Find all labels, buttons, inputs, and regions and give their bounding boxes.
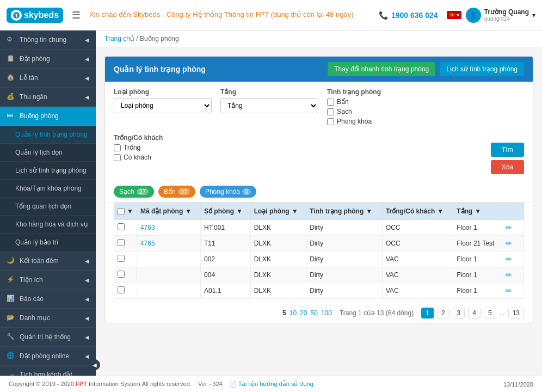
tab-ban[interactable]: Bẩn 37: [158, 186, 195, 198]
row-checkbox[interactable]: [118, 286, 125, 293]
sidebar-item-bao-cao[interactable]: 📊 Báo cáo ◀: [0, 290, 96, 309]
check-phong-khoa[interactable]: Phòng khóa: [327, 118, 425, 125]
cell-select[interactable]: [114, 283, 137, 299]
select-all-checkbox[interactable]: [118, 208, 125, 215]
check-trong-input[interactable]: [114, 144, 121, 151]
check-co-khach-input[interactable]: [114, 154, 121, 161]
cell-ma: [137, 267, 200, 283]
cell-action[interactable]: ✏: [502, 267, 524, 283]
sidebar-item-quan-ly-bao-tri[interactable]: Quản lý bảo trì: [0, 234, 96, 252]
cell-action[interactable]: ✏: [502, 220, 524, 236]
logo-text: skybeds: [24, 10, 59, 20]
arrow-icon: ◀: [85, 353, 89, 359]
col-select: ▼: [114, 203, 137, 220]
sort-icon[interactable]: ▼: [185, 207, 192, 215]
reception-icon: 🏠: [7, 74, 15, 82]
trong-co-khach-checkboxes: Trống Có khách: [114, 144, 212, 161]
sidebar-item-danh-muc[interactable]: 📂 Danh mục ◀: [0, 309, 96, 328]
sidebar-item-buong-phong[interactable]: 🛏 Buồng phòng: [0, 107, 96, 126]
cell-action[interactable]: ✏: [502, 283, 524, 299]
edit-icon[interactable]: ✏: [506, 271, 512, 279]
filter-icon[interactable]: ▼: [127, 207, 133, 215]
page-5[interactable]: 5: [484, 308, 496, 318]
page-size-10[interactable]: 10: [290, 309, 297, 317]
btn-xoa[interactable]: Xóa: [491, 160, 524, 174]
ma-link[interactable]: 4763: [140, 224, 155, 231]
hamburger-button[interactable]: ☰: [72, 9, 81, 21]
cell-select[interactable]: [114, 267, 137, 283]
tang-select[interactable]: Tầng: [220, 98, 318, 113]
page-size-5[interactable]: 5: [282, 309, 286, 317]
breadcrumb-home[interactable]: Trang chủ: [104, 35, 134, 42]
page-3[interactable]: 3: [453, 308, 465, 318]
cell-select[interactable]: [114, 220, 137, 236]
page-1[interactable]: 1: [421, 308, 434, 318]
check-trong[interactable]: Trống: [114, 144, 212, 151]
table-row: 004 DLXK Dirty VAC Floor 1 ✏: [114, 267, 524, 283]
cell-select[interactable]: [114, 252, 137, 267]
sidebar-item-lich-su-tinh-trang[interactable]: Lịch sử tình trạng phòng: [0, 162, 96, 180]
btn-tim[interactable]: Tìm: [491, 143, 524, 157]
edit-icon[interactable]: ✏: [506, 223, 512, 232]
sidebar-item-le-tan[interactable]: 🏠 Lễ tân ◀: [0, 69, 96, 88]
edit-icon[interactable]: ✏: [506, 239, 512, 248]
row-checkbox[interactable]: [118, 239, 125, 246]
btn-change-status[interactable]: Thay đổi nhanh tình trạng phòng: [328, 62, 435, 76]
cell-tinh-trang: Dirty: [306, 236, 383, 252]
booking-icon: 📋: [7, 54, 15, 63]
sidebar-item-dat-phong[interactable]: 📋 Đặt phòng ◀: [0, 50, 96, 69]
cell-ma: [137, 283, 200, 299]
page-size-50[interactable]: 50: [310, 309, 317, 317]
cell-trong-co: OCC: [382, 236, 453, 252]
sidebar-item-tong-quan-lich-don[interactable]: Tổng quan lịch dọn: [0, 198, 96, 216]
edit-icon[interactable]: ✏: [506, 255, 512, 264]
sidebar-item-thong-tin-chung[interactable]: ⚙ Thông tin chung ◀: [0, 30, 96, 50]
check-co-khach[interactable]: Có khách: [114, 154, 212, 161]
page-last[interactable]: 13: [508, 308, 524, 318]
doc-link[interactable]: Tài liệu hướng dẫn sử dụng: [238, 381, 313, 387]
cell-so: 004: [201, 267, 251, 283]
sidebar-item-ket-toan-dem[interactable]: 🌙 Kết toán đêm ◀: [0, 252, 96, 271]
cell-trong-co: VAC: [382, 252, 453, 267]
check-ban[interactable]: Bẩn: [327, 98, 425, 106]
flag-selector[interactable]: 🇻🇳 ▾: [447, 11, 462, 19]
check-sach[interactable]: Sạch: [327, 108, 425, 115]
sidebar-item-khoa-tam-khoa[interactable]: Khóa/Tạm khóa phòng: [0, 180, 96, 198]
sidebar-item-dat-phong-online[interactable]: 🌐 Đặt phòng online ◀: [0, 347, 96, 366]
cell-action[interactable]: ✏: [502, 252, 524, 267]
page-size-20[interactable]: 20: [300, 309, 307, 317]
panel-title: Quản lý tình trạng phòng: [114, 65, 206, 74]
sidebar-item-kho-hang[interactable]: Kho hàng hóa và dịch vụ: [0, 216, 96, 234]
sidebar-item-thu-ngan[interactable]: 💰 Thu ngân ◀: [0, 88, 96, 107]
ma-link[interactable]: 4765: [140, 240, 155, 247]
row-checkbox[interactable]: [118, 271, 125, 278]
cell-select[interactable]: [114, 236, 137, 252]
cell-action[interactable]: ✏: [502, 236, 524, 252]
sort-icon[interactable]: ▼: [236, 207, 243, 215]
check-ban-input[interactable]: [327, 99, 334, 106]
sort-icon[interactable]: ▼: [475, 207, 481, 215]
row-checkbox[interactable]: [118, 223, 125, 230]
loai-phong-select[interactable]: Loại phòng: [114, 98, 212, 113]
sort-icon[interactable]: ▼: [437, 207, 444, 215]
page-2[interactable]: 2: [437, 308, 449, 318]
sort-icon[interactable]: ▼: [292, 207, 298, 215]
sidebar-item-quan-ly-lich-don[interactable]: Quản lý lịch dọn: [0, 144, 96, 162]
row-checkbox[interactable]: [118, 255, 125, 262]
tab-phong-khoa[interactable]: Phòng khóa 0: [200, 186, 256, 198]
arrow-icon: ◀: [85, 94, 89, 100]
btn-history[interactable]: Lịch sử tình trạng phòng: [440, 62, 524, 76]
edit-icon[interactable]: ✏: [506, 286, 512, 295]
sidebar-item-quan-ly-tinh-trang[interactable]: Quản lý tình trạng phòng: [0, 126, 96, 144]
tab-sach[interactable]: Sạch 27: [114, 186, 154, 198]
sidebar-item-tich-hop[interactable]: 🔗 Tích hợp kênh đặt phòng ◀: [0, 366, 96, 376]
page-size-100[interactable]: 100: [321, 309, 332, 317]
check-sach-input[interactable]: [327, 108, 334, 115]
cell-loai: DLXK: [250, 283, 306, 299]
sidebar-item-quan-tri-he-thong[interactable]: 🔧 Quản trị hệ thống ◀: [0, 328, 96, 347]
user-menu[interactable]: 👤 Trường Quang quangnt24 ▾: [466, 8, 535, 23]
sort-icon[interactable]: ▼: [366, 207, 372, 215]
check-phong-khoa-input[interactable]: [327, 118, 334, 125]
page-4[interactable]: 4: [468, 308, 481, 318]
sidebar-item-tien-ich[interactable]: ⚡ Tiện ích ◀: [0, 271, 96, 290]
